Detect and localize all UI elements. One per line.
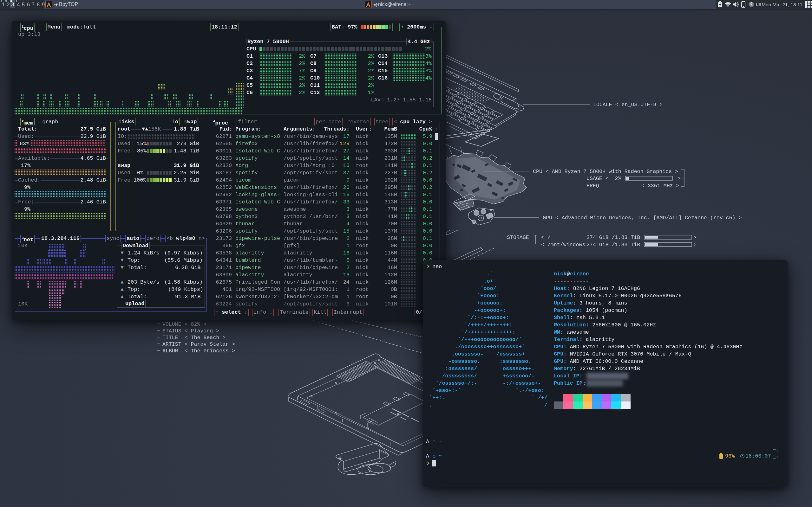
svg-text:FREQ: FREQ bbox=[587, 183, 599, 189]
svg-text:ALBUM < The Princess >: ALBUM < The Princess > bbox=[162, 348, 235, 354]
svg-text:>: > bbox=[693, 242, 697, 248]
svg-text:>: > bbox=[677, 176, 681, 181]
svg-text:CPU < AMD Ryzen 7 5800H with R: CPU < AMD Ryzen 7 5800H with Radeon Grap… bbox=[533, 169, 678, 175]
svg-text:ARTIST < Parov Stelar >: ARTIST < Parov Stelar > bbox=[162, 341, 235, 347]
svg-text:274 GiB /1.83 TiB: 274 GiB /1.83 TiB bbox=[587, 234, 640, 240]
svg-text:274 GiB /1.83 TiB: 274 GiB /1.83 TiB bbox=[587, 242, 640, 248]
svg-text:< 3351 MHz >: < 3351 MHz > bbox=[641, 183, 679, 189]
svg-text:TITLE < The Beach >: TITLE < The Beach > bbox=[162, 335, 225, 341]
svg-text:>: > bbox=[693, 234, 697, 240]
svg-text:USAGE < 2%: USAGE < 2% bbox=[587, 176, 621, 181]
svg-text:VOLUME < 82% >: VOLUME < 82% > bbox=[162, 321, 206, 327]
svg-text:LOCALE < en_US.UTF-8 >: LOCALE < en_US.UTF-8 > bbox=[593, 102, 663, 108]
svg-text:GPU < Advanced Micro Devices,: GPU < Advanced Micro Devices, Inc. [AMD/… bbox=[543, 215, 742, 221]
svg-text:< /mnt/windows: < /mnt/windows bbox=[541, 242, 585, 248]
svg-text:STATUS < Playing >: STATUS < Playing > bbox=[162, 328, 219, 334]
svg-text:STORAGE: STORAGE bbox=[507, 234, 529, 240]
svg-text:< /: < / bbox=[541, 234, 551, 240]
